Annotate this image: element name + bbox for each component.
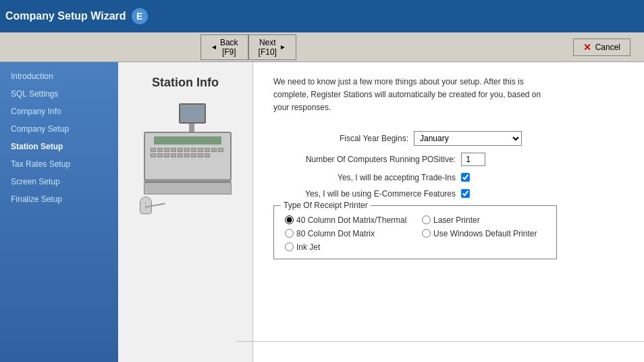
sidebar: Introduction SQL Settings Company Info C… [0, 62, 118, 362]
printer-options: 40 Column Dot Matrix/Thermal Laser Print… [285, 215, 545, 252]
trade-ins-label: Yes, I will be accepting Trade-Ins [273, 173, 456, 182]
fiscal-year-select[interactable]: January February March April May June Ju… [414, 131, 522, 146]
radio-laser[interactable]: Laser Printer [422, 215, 545, 225]
top-nav: ◄ Back [F9] Next [F10] ► ✕ Cancel [0, 32, 644, 62]
radio-windefault-label: Use Windows Default Printer [433, 229, 537, 238]
cancel-label: Cancel [595, 43, 620, 52]
radio-inkjet-label: Ink Jet [296, 242, 320, 252]
num-computers-row: Number Of Computers Running POSitive: [273, 153, 624, 166]
pos-terminal-illustration [132, 103, 240, 211]
radio-laser-label: Laser Printer [433, 215, 480, 225]
content-area: Station Info [118, 62, 644, 362]
cancel-button[interactable]: ✕ Cancel [573, 38, 630, 56]
sidebar-item-tax-rates-setup[interactable]: Tax Rates Setup [0, 155, 118, 173]
title-bar-icon: E [132, 8, 148, 24]
radio-40col-label: 40 Column Dot Matrix/Thermal [296, 215, 406, 225]
intro-text: We need to know just a few more things a… [273, 76, 557, 115]
radio-40col[interactable]: 40 Column Dot Matrix/Thermal [285, 215, 408, 225]
next-arrow-icon: ► [279, 43, 286, 51]
sidebar-item-introduction[interactable]: Introduction [0, 68, 118, 85]
next-button[interactable]: Next [F10] ► [248, 34, 296, 60]
next-label: Next [F10] [259, 38, 277, 57]
back-arrow-icon: ◄ [211, 43, 217, 51]
trade-ins-checkbox[interactable] [461, 173, 470, 182]
radio-inkjet-input[interactable] [285, 242, 294, 251]
radio-80col[interactable]: 80 Column Dot Matrix [285, 229, 408, 238]
title-bar-text: Company Setup Wizard [5, 10, 126, 22]
radio-80col-input[interactable] [285, 229, 294, 238]
bottom-divider [236, 341, 644, 342]
title-bar: Company Setup Wizard E [0, 0, 644, 32]
cancel-x-icon: ✕ [583, 42, 591, 53]
back-label: Back [F9] [220, 38, 238, 57]
sidebar-item-station-setup[interactable]: Station Setup [0, 138, 118, 155]
sidebar-item-finalize-setup[interactable]: Finalize Setup [0, 190, 118, 208]
radio-windefault-input[interactable] [422, 229, 431, 238]
radio-inkjet[interactable]: Ink Jet [285, 242, 408, 252]
sidebar-item-screen-setup[interactable]: Screen Setup [0, 173, 118, 190]
back-button[interactable]: ◄ Back [F9] [200, 34, 248, 60]
sidebar-item-company-setup[interactable]: Company Setup [0, 120, 118, 138]
radio-80col-label: 80 Column Dot Matrix [296, 229, 375, 238]
sidebar-item-company-info[interactable]: Company Info [0, 103, 118, 120]
printer-group-legend: Type Of Receipt Printer [281, 201, 371, 210]
fiscal-year-row: Fiscal Year Begins: January February Mar… [273, 131, 624, 146]
radio-40col-input[interactable] [285, 215, 294, 224]
radio-windefault[interactable]: Use Windows Default Printer [422, 229, 545, 238]
station-info-title: Station Info [152, 76, 219, 90]
ecommerce-row: Yes, I will be using E-Commerce Features [273, 189, 624, 199]
right-panel: We need to know just a few more things a… [253, 62, 644, 362]
num-computers-input[interactable] [461, 153, 485, 166]
fiscal-year-label: Fiscal Year Begins: [273, 134, 408, 143]
main-layout: Introduction SQL Settings Company Info C… [0, 62, 644, 362]
ecommerce-label: Yes, I will be using E-Commerce Features [273, 189, 456, 199]
sidebar-item-sql-settings[interactable]: SQL Settings [0, 85, 118, 103]
ecommerce-checkbox[interactable] [461, 189, 470, 198]
trade-ins-row: Yes, I will be accepting Trade-Ins [273, 173, 624, 182]
left-panel: Station Info [118, 62, 253, 362]
receipt-printer-group: Type Of Receipt Printer 40 Column Dot Ma… [273, 205, 557, 259]
num-computers-spinner [461, 153, 485, 166]
num-computers-label: Number Of Computers Running POSitive: [273, 155, 456, 164]
radio-laser-input[interactable] [422, 215, 431, 224]
